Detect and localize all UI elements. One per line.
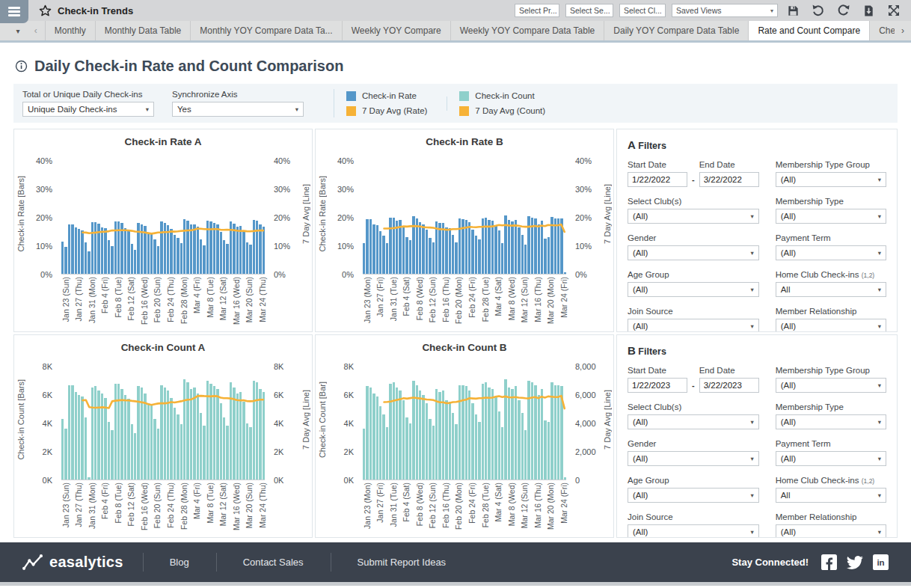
bar[interactable] [127,399,129,480]
bar[interactable] [117,221,120,274]
bar[interactable] [81,230,83,275]
bar[interactable] [101,393,103,480]
bar[interactable] [412,216,414,274]
bar[interactable] [120,223,123,274]
bar[interactable] [91,222,93,274]
dropdown-gender[interactable]: (All)▾ [628,451,759,466]
bar[interactable] [452,413,454,480]
bar[interactable] [494,396,497,480]
bar[interactable] [363,243,365,274]
bar[interactable] [150,405,153,480]
bar[interactable] [488,388,490,480]
bar[interactable] [64,429,67,480]
header-select-select-pr[interactable]: Select Pr...▾ [515,4,559,17]
dropdown-membership-type[interactable]: (All)▾ [776,209,886,224]
bar[interactable] [449,402,451,480]
bar[interactable] [498,230,500,275]
brand-logo[interactable]: easalytics [22,554,123,571]
bar[interactable] [190,389,192,480]
bar[interactable] [531,218,533,275]
bar[interactable] [382,414,384,480]
bar[interactable] [429,238,431,274]
dropdown-payment-term[interactable]: (All)▾ [776,451,886,466]
bar[interactable] [521,235,524,274]
bar[interactable] [213,386,215,480]
footer-link-contact-sales[interactable]: Contact Sales [216,542,331,582]
bar[interactable] [541,221,543,274]
dropdown-membership-type-group[interactable]: (All)▾ [776,172,886,187]
footer-link-submit-report-ideas[interactable]: Submit Report Ideas [331,542,473,582]
bar[interactable] [203,426,205,480]
bar[interactable] [475,236,477,274]
bar[interactable] [564,477,566,480]
bar[interactable] [550,217,553,274]
bar[interactable] [193,388,195,480]
bar[interactable] [164,223,166,274]
bar[interactable] [554,218,556,274]
bar[interactable] [78,395,80,480]
bar[interactable] [177,238,179,274]
bar[interactable] [386,427,388,480]
bar[interactable] [442,391,444,480]
bar[interactable] [393,382,395,480]
bar[interactable] [461,385,464,480]
bar[interactable] [442,223,444,274]
favorite-star-icon[interactable] [39,4,52,17]
bar[interactable] [521,413,524,480]
bar[interactable] [511,221,513,274]
bar[interactable] [475,414,477,480]
bar[interactable] [120,389,123,480]
bar[interactable] [111,246,113,274]
bar[interactable] [550,382,553,480]
bar[interactable] [426,403,428,480]
bar[interactable] [144,226,146,274]
bar[interactable] [504,379,506,480]
bar[interactable] [518,227,520,274]
bar[interactable] [68,385,70,480]
bar[interactable] [71,224,73,274]
bar[interactable] [209,221,212,274]
bar[interactable] [183,219,185,274]
bar[interactable] [114,384,117,480]
bar[interactable] [426,230,428,274]
bar[interactable] [64,247,67,274]
bar[interactable] [174,235,176,274]
bar[interactable] [416,385,418,480]
tab-list-dropdown-button[interactable]: ▾ [9,21,27,40]
bar[interactable] [209,384,212,480]
bar[interactable] [432,242,435,274]
bar[interactable] [396,221,398,274]
bar[interactable] [524,245,527,274]
bar[interactable] [223,240,225,274]
bar[interactable] [376,396,378,480]
bar[interactable] [233,224,235,274]
bar[interactable] [61,242,64,274]
bar[interactable] [538,395,540,480]
bar[interactable] [160,221,162,274]
bars-area[interactable] [61,161,265,275]
bar[interactable] [419,222,421,274]
bar[interactable] [263,392,265,480]
bar[interactable] [379,231,381,274]
bar[interactable] [468,222,470,274]
bar[interactable] [465,386,467,480]
bar[interactable] [534,218,536,274]
bar[interactable] [393,218,395,275]
bar[interactable] [206,221,209,274]
bar[interactable] [455,424,457,480]
tab-monthly-yoy-compare-data-ta[interactable]: Monthly YOY Compare Data Ta... [190,21,341,40]
tab-scroll-left-button[interactable]: ‹ [27,21,45,40]
undo-icon[interactable] [809,4,828,17]
bar[interactable] [263,227,265,274]
dropdown-home-club-check-ins[interactable]: All▾ [776,488,886,503]
bar[interactable] [488,220,490,274]
bar[interactable] [422,224,424,274]
bar[interactable] [376,225,378,274]
bar[interactable] [114,221,117,274]
tab-weekly-yoy-compare-data-table[interactable]: Weekly YOY Compare Data Table [450,21,604,40]
bar[interactable] [541,389,543,480]
bar[interactable] [396,388,398,480]
bar[interactable] [236,393,239,480]
bar[interactable] [203,245,205,274]
filters-a-start-date-input[interactable] [628,172,687,187]
